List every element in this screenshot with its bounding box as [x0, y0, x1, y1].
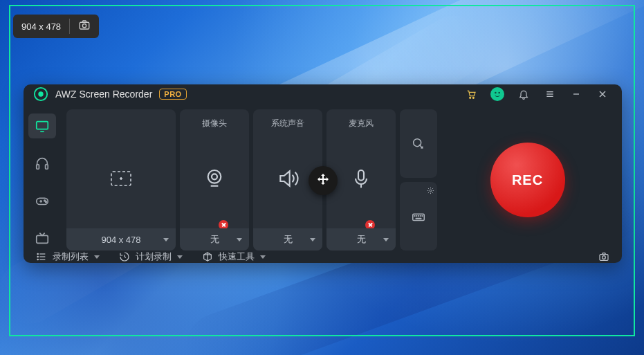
svg-rect-17 [46, 165, 48, 169]
camera-icon[interactable] [78, 19, 91, 34]
dimension-badge[interactable]: 904 x 478 [13, 15, 99, 38]
svg-point-5 [472, 97, 474, 98]
app-title: AWZ Screen Recorder [55, 89, 152, 100]
camera-selected: 无 [210, 233, 219, 246]
rail-screen[interactable] [28, 113, 56, 138]
mode-rail [24, 109, 61, 251]
svg-rect-23 [37, 235, 48, 243]
panels: 904 x 478 摄像头 无 系统声音 [66, 109, 614, 251]
chevron-down-icon [237, 238, 242, 242]
svg-line-47 [125, 257, 126, 257]
svg-point-45 [37, 259, 38, 260]
schedule-label: 计划录制 [136, 251, 172, 263]
panel-camera: 摄像头 无 [180, 109, 249, 251]
svg-point-22 [46, 201, 47, 203]
record-button[interactable]: REC [490, 143, 565, 217]
chevron-down-icon [94, 255, 100, 259]
chevron-down-icon [163, 238, 169, 242]
chevron-down-icon [310, 238, 315, 242]
cursor-settings-button[interactable] [400, 109, 437, 178]
gear-icon [427, 185, 434, 197]
camera-dropdown[interactable]: 无 [180, 228, 249, 251]
sysaudio-dropdown[interactable]: 无 [253, 228, 322, 251]
avatar-icon[interactable] [488, 84, 507, 104]
svg-point-51 [602, 256, 606, 260]
svg-point-44 [37, 256, 38, 257]
svg-point-28 [212, 174, 217, 179]
bottombar: 录制列表 计划录制 快速工具 [24, 251, 622, 263]
svg-point-3 [38, 91, 43, 96]
panel-mic-label: 麦克风 [349, 118, 374, 129]
mic-selected: 无 [357, 233, 366, 246]
svg-point-4 [470, 97, 471, 98]
svg-rect-29 [358, 170, 364, 181]
svg-point-27 [208, 170, 221, 183]
svg-rect-14 [37, 122, 48, 129]
region-selected: 904 x 478 [101, 235, 140, 245]
sysaudio-selected: 无 [284, 233, 293, 246]
svg-point-7 [498, 92, 500, 94]
record-list-label: 录制列表 [53, 251, 89, 263]
region-dropdown[interactable]: 904 x 478 [66, 228, 176, 251]
schedule-button[interactable]: 计划录制 [119, 251, 183, 263]
rail-tv[interactable] [28, 226, 56, 251]
rail-audio[interactable] [28, 151, 56, 176]
app-logo-icon [33, 87, 48, 102]
chevron-down-icon [383, 238, 389, 242]
svg-rect-16 [37, 165, 39, 169]
panel-camera-label: 摄像头 [202, 118, 227, 129]
svg-rect-50 [600, 255, 608, 261]
record-button-label: REC [512, 172, 543, 188]
chevron-down-icon [260, 255, 266, 259]
webcam-icon[interactable] [203, 129, 226, 228]
keyboard-settings-button[interactable] [400, 182, 437, 251]
dimension-text: 904 x 478 [21, 21, 61, 32]
close-icon[interactable] [593, 84, 612, 104]
cart-icon[interactable] [461, 84, 481, 104]
record-list-button[interactable]: 录制列表 [36, 251, 100, 263]
pro-badge: PRO [159, 89, 186, 100]
svg-rect-0 [80, 22, 89, 29]
mic-dropdown[interactable]: 无 [326, 228, 396, 251]
minimize-icon[interactable] [567, 84, 586, 104]
panel-region: 904 x 478 [66, 109, 176, 251]
svg-rect-33 [413, 214, 425, 220]
panel-sysaudio-label: 系统声音 [271, 118, 304, 129]
svg-point-6 [495, 92, 497, 94]
move-handle[interactable] [309, 166, 338, 195]
chevron-down-icon [177, 255, 183, 259]
speaker-icon[interactable] [277, 129, 299, 228]
svg-point-1 [82, 24, 86, 28]
titlebar: AWZ Screen Recorder PRO [24, 84, 622, 104]
menu-icon[interactable] [540, 84, 560, 104]
svg-point-32 [430, 190, 432, 192]
svg-point-43 [37, 253, 38, 254]
screenshot-button[interactable] [598, 251, 609, 262]
region-select-icon[interactable] [110, 129, 132, 228]
quick-tools-button[interactable]: 快速工具 [202, 251, 266, 263]
rec-area: REC [441, 109, 614, 251]
bell-icon[interactable] [514, 84, 533, 104]
rail-game[interactable] [28, 188, 56, 213]
quick-tools-label: 快速工具 [219, 251, 255, 263]
microphone-icon[interactable] [350, 129, 372, 228]
small-panels [400, 109, 437, 251]
